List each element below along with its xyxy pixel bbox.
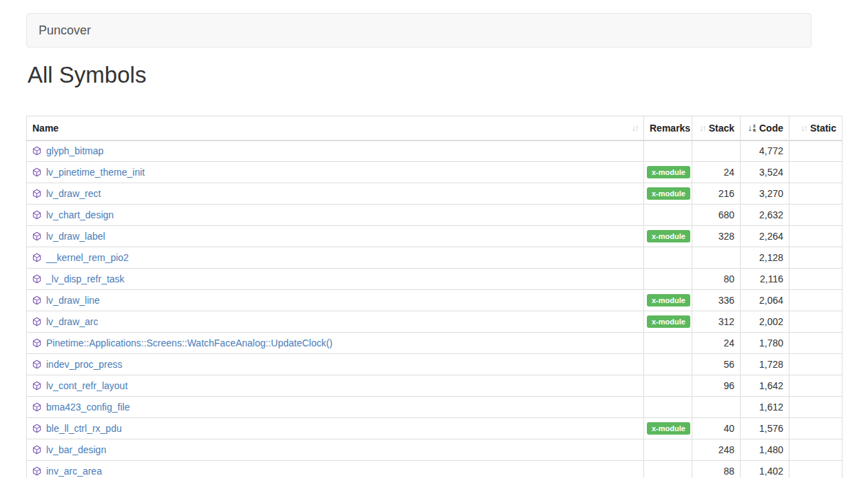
remarks-cell: x-module: [644, 311, 692, 333]
x-module-badge: x-module: [647, 166, 690, 178]
remarks-cell: [644, 375, 692, 397]
remarks-cell: [644, 205, 692, 226]
symbol-link[interactable]: lv_draw_line: [46, 295, 100, 306]
remarks-cell: [644, 439, 692, 461]
x-module-badge: x-module: [647, 315, 690, 327]
stack-cell: [692, 141, 741, 162]
cube-icon: [32, 338, 41, 348]
static-cell: [789, 439, 843, 461]
cube-icon: [32, 317, 41, 326]
symbol-name-cell: inv_arc_area: [27, 461, 644, 478]
symbol-name-cell: Pinetime::Applications::Screens::WatchFa…: [27, 333, 644, 354]
column-header-code[interactable]: ↓ z a Code: [741, 116, 789, 141]
code-cell: 4,772: [741, 141, 789, 162]
static-cell: [789, 397, 843, 418]
table-row: Pinetime::Applications::Screens::WatchFa…: [27, 333, 843, 354]
symbols-table: Name ↓↑ Remarks ↓↑ Stack: [26, 116, 843, 478]
symbol-link[interactable]: inv_arc_area: [46, 466, 102, 477]
column-header-name[interactable]: Name ↓↑: [27, 116, 644, 141]
stack-cell: 312: [692, 311, 741, 333]
stack-cell: 96: [692, 375, 741, 397]
symbol-link[interactable]: lv_cont_refr_layout: [46, 380, 127, 391]
static-cell: [789, 226, 843, 247]
symbol-link[interactable]: Pinetime::Applications::Screens::WatchFa…: [46, 337, 333, 349]
remarks-cell: [644, 354, 692, 375]
table-row: lv_pinetime_theme_initx-module243,524: [27, 162, 843, 183]
column-label: Static: [810, 123, 836, 134]
cube-icon: [32, 231, 41, 241]
code-cell: 2,128: [741, 247, 789, 269]
symbol-link[interactable]: bma423_config_file: [46, 402, 130, 413]
x-module-badge: x-module: [647, 422, 690, 434]
symbol-link[interactable]: lv_draw_arc: [46, 316, 98, 327]
symbol-link[interactable]: lv_draw_rect: [46, 188, 101, 199]
table-row: inv_arc_area881,402: [27, 461, 843, 478]
static-cell: [789, 162, 843, 183]
remarks-cell: x-module: [644, 183, 692, 205]
table-row: __kernel_rem_pio22,128: [27, 247, 843, 269]
symbol-link[interactable]: lv_pinetime_theme_init: [46, 167, 145, 178]
symbol-name-cell: lv_chart_design: [27, 205, 644, 226]
symbol-link[interactable]: _lv_disp_refr_task: [46, 273, 125, 284]
code-cell: 1,612: [741, 397, 789, 418]
cube-icon: [32, 424, 41, 433]
table-header-row: Name ↓↑ Remarks ↓↑ Stack: [27, 116, 843, 141]
column-header-stack[interactable]: ↓↑ Stack: [692, 116, 741, 141]
column-label: Remarks: [650, 123, 690, 134]
remarks-cell: [644, 461, 692, 478]
cube-icon: [32, 402, 41, 412]
remarks-cell: [644, 141, 692, 162]
code-cell: 2,116: [741, 269, 789, 290]
symbol-name-cell: glyph_bitmap: [27, 141, 644, 162]
symbol-name-cell: ble_ll_ctrl_rx_pdu: [27, 418, 644, 439]
remarks-cell: [644, 247, 692, 269]
stack-cell: 24: [692, 162, 741, 183]
table-row: indev_proc_press561,728: [27, 354, 843, 375]
code-cell: 1,780: [741, 333, 789, 354]
symbol-name-cell: lv_draw_label: [27, 226, 644, 247]
column-header-static[interactable]: ↓↑ Static: [789, 116, 843, 141]
table-row: glyph_bitmap4,772: [27, 141, 843, 162]
table-row: lv_cont_refr_layout961,642: [27, 375, 843, 397]
symbol-link[interactable]: indev_proc_press: [46, 359, 123, 370]
symbol-name-cell: __kernel_rem_pio2: [27, 247, 644, 269]
table-row: lv_draw_arcx-module3122,002: [27, 311, 843, 333]
code-cell: 3,524: [741, 162, 789, 183]
column-label: Name: [32, 123, 59, 134]
static-cell: [789, 269, 843, 290]
symbol-link[interactable]: __kernel_rem_pio2: [46, 252, 129, 263]
table-row: ble_ll_ctrl_rx_pdux-module401,576: [27, 418, 843, 439]
stack-cell: 88: [692, 461, 741, 478]
cube-icon: [32, 295, 41, 305]
page-title: All Symbols: [28, 62, 842, 88]
code-cell: 1,480: [741, 439, 789, 461]
table-row: _lv_disp_refr_task802,116: [27, 269, 843, 290]
table-row: lv_chart_design6802,632: [27, 205, 843, 226]
symbol-link[interactable]: lv_chart_design: [46, 209, 114, 220]
cube-icon: [32, 146, 41, 156]
remarks-cell: [644, 269, 692, 290]
symbol-link[interactable]: lv_bar_design: [46, 444, 106, 455]
static-cell: [789, 418, 843, 439]
symbol-name-cell: lv_draw_rect: [27, 183, 644, 205]
symbol-name-cell: indev_proc_press: [27, 354, 644, 375]
symbol-link[interactable]: ble_ll_ctrl_rx_pdu: [46, 423, 122, 434]
sort-icon: ↓↑: [800, 123, 807, 133]
navbar-brand[interactable]: Puncover: [27, 13, 91, 48]
code-cell: 2,064: [741, 290, 789, 311]
remarks-cell: x-module: [644, 418, 692, 439]
stack-cell: 680: [692, 205, 741, 226]
static-cell: [789, 247, 843, 269]
symbol-link[interactable]: lv_draw_label: [46, 231, 105, 242]
table-row: lv_draw_rectx-module2163,270: [27, 183, 843, 205]
cube-icon: [32, 210, 41, 220]
column-header-remarks[interactable]: Remarks: [644, 116, 692, 141]
page-container: Puncover All Symbols Name ↓↑ Remarks: [26, 13, 842, 478]
table-row: bma423_config_file1,612: [27, 397, 843, 418]
code-cell: 1,642: [741, 375, 789, 397]
symbol-link[interactable]: glyph_bitmap: [46, 145, 103, 156]
static-cell: [789, 354, 843, 375]
cube-icon: [32, 466, 41, 476]
symbol-name-cell: lv_pinetime_theme_init: [27, 162, 644, 183]
code-cell: 1,402: [741, 461, 789, 478]
